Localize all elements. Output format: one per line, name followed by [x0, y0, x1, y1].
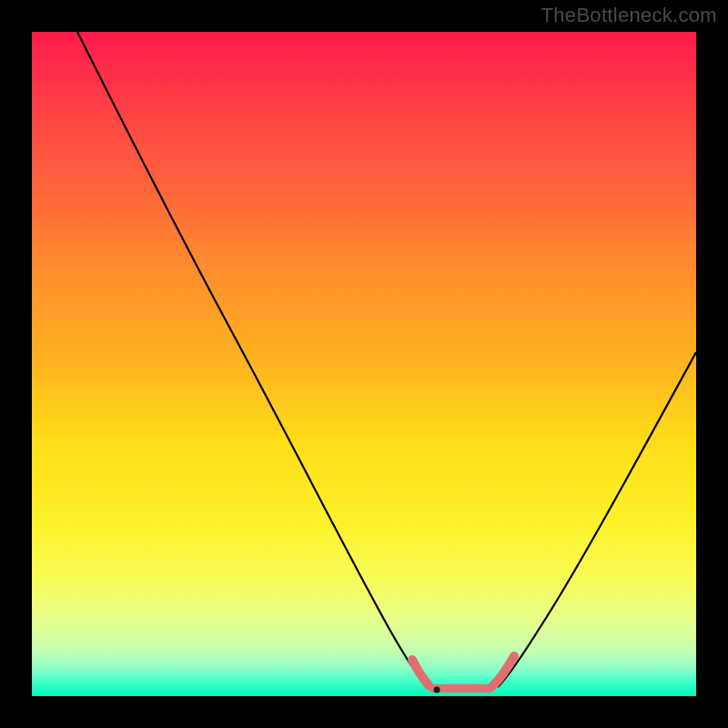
curve-overlay	[32, 32, 696, 696]
chart-frame: TheBottleneck.com	[0, 0, 728, 728]
plot-area	[32, 32, 696, 696]
watermark-text: TheBottleneck.com	[541, 4, 717, 27]
minimum-point-dot	[434, 687, 440, 693]
right-curve-line	[498, 352, 696, 687]
left-curve-line	[77, 32, 429, 687]
valley-marker-left	[412, 660, 429, 685]
